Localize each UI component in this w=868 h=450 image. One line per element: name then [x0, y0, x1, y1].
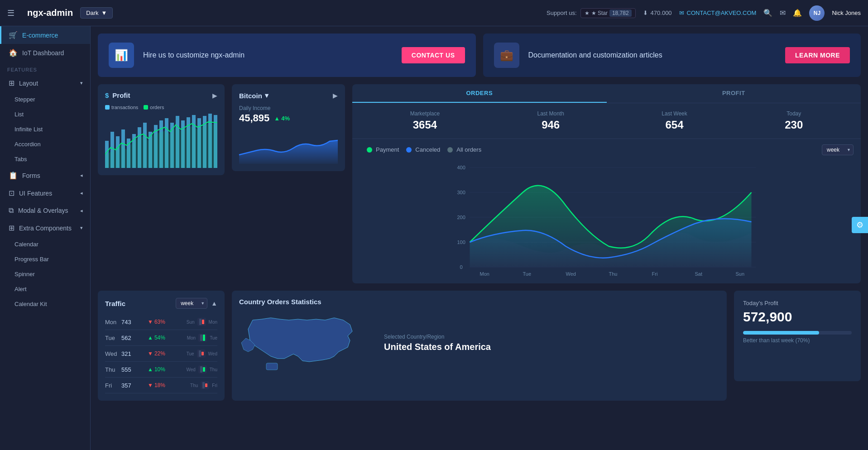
sidebar-item-iot[interactable]: 🏠 IoT Dashboard	[0, 44, 90, 62]
bitcoin-card-header: Bitcoin ▾ ▶	[239, 91, 338, 100]
dollar-sign-icon: $	[105, 91, 109, 99]
wed-arrow-icon: ▼	[148, 350, 153, 357]
sidebar-item-layout[interactable]: ⊞ Layout ▾	[0, 74, 90, 92]
profit-today-label: Today's Profit	[743, 300, 852, 306]
star-count: 18,782	[609, 10, 632, 17]
sidebar-item-stepper[interactable]: Stepper	[0, 92, 90, 107]
legend-transactions-dot	[105, 105, 110, 110]
mon-pct: ▼ 63%	[148, 319, 165, 325]
learn-more-button[interactable]: LEARN MORE	[785, 47, 850, 63]
avatar[interactable]: NJ	[809, 5, 825, 21]
profit-legend: transactions orders	[105, 105, 217, 110]
settings-button[interactable]: ⚙	[852, 217, 868, 233]
tue-arrow-icon: ▲	[148, 335, 153, 341]
orders-chart: 400 300 200 100 0 Mon Tue	[352, 157, 861, 283]
star-badge[interactable]: ★ ★ Star 18,782	[580, 8, 636, 18]
marketplace-value: 3654	[410, 119, 440, 131]
sidebar-item-ecommerce[interactable]: 🛒 E-commerce	[0, 26, 90, 44]
svg-text:Thu: Thu	[609, 271, 618, 277]
svg-rect-38	[266, 363, 278, 370]
thu-arrow-icon: ▲	[148, 366, 153, 373]
all-orders-dot	[447, 147, 453, 153]
legend-orders-dot	[144, 105, 148, 110]
traffic-collapse-icon[interactable]: ▲	[211, 300, 217, 307]
bitcoin-card-nav-icon[interactable]: ▶	[333, 92, 338, 99]
download-value: 470.000	[651, 10, 672, 16]
banner-right: 💼 Documentation and customization articl…	[483, 34, 861, 77]
tab-profit[interactable]: PROFIT	[607, 84, 861, 103]
mon-day: Mon	[105, 319, 121, 326]
mon-arrow-icon: ▼	[148, 319, 153, 325]
main-content: 📊 Hire us to customize ngx-admin CONTACT…	[91, 26, 868, 450]
forms-chevron-icon: ◂	[80, 172, 83, 178]
sidebar-item-ui-features[interactable]: ⊡ UI Features ◂	[0, 184, 90, 202]
tab-profit-label: PROFIT	[722, 90, 745, 96]
features-section-label: FEATURES	[0, 62, 90, 74]
hamburger-icon[interactable]: ☰	[7, 8, 14, 18]
sidebar-layout-label: Layout	[19, 80, 38, 87]
tab-orders[interactable]: ORDERS	[352, 84, 607, 103]
sidebar-item-tabs[interactable]: Tabs	[0, 152, 90, 167]
svg-text:Wed: Wed	[566, 271, 576, 277]
svg-text:Tue: Tue	[523, 271, 532, 277]
sidebar-item-spinner[interactable]: Spinner	[0, 267, 90, 282]
traffic-card: Traffic week month ▲ Mon 743	[98, 291, 225, 401]
last-month-label: Last Month	[537, 110, 564, 117]
country-card-body: Selected Country/Region United States of…	[239, 311, 719, 374]
traffic-week-dropdown-wrap[interactable]: week month	[176, 298, 207, 309]
contact-us-button[interactable]: CONTACT US	[402, 47, 465, 63]
tabs-label: Tabs	[14, 156, 27, 163]
profit-today-value: 572,900	[743, 309, 852, 325]
sidebar-iot-label: IoT Dashboard	[22, 49, 64, 57]
daily-income-value: 45,895 ▲ 4%	[239, 112, 338, 124]
last-month-value: 946	[537, 119, 564, 131]
sidebar-item-calendar-kit[interactable]: Calendar Kit	[0, 297, 90, 311]
traffic-row-wed: Wed 321 ▼ 22% Tue Wed	[105, 346, 217, 362]
sidebar-item-calendar[interactable]: Calendar	[0, 237, 90, 252]
layout-chevron-icon: ▾	[80, 80, 83, 86]
search-icon[interactable]: 🔍	[763, 9, 772, 17]
payment-dot	[367, 147, 372, 153]
week-dropdown[interactable]: week month	[822, 144, 854, 155]
sidebar-item-progress-bar[interactable]: Progress Bar	[0, 252, 90, 267]
profit-card-arrow-icon[interactable]: ▶	[212, 92, 217, 99]
theme-chevron-icon: ▼	[101, 10, 107, 16]
email-section[interactable]: ✉ CONTACT@AKVEO.COM	[679, 10, 757, 16]
sidebar-item-accordion[interactable]: Accordion	[0, 137, 90, 152]
country-card: Country Orders Statistics	[232, 291, 727, 401]
sidebar-item-infinite-list[interactable]: Infinite List	[0, 122, 90, 137]
ui-features-chevron-icon: ◂	[80, 190, 83, 196]
last-week-label: Last Week	[662, 110, 687, 117]
mail-icon[interactable]: ✉	[780, 9, 786, 17]
ui-features-icon: ⊡	[9, 189, 14, 197]
sidebar-item-alert[interactable]: Alert	[0, 282, 90, 297]
sidebar-item-forms[interactable]: 📋 Forms ◂	[0, 167, 90, 184]
svg-text:0: 0	[460, 264, 463, 270]
bitcoin-selector[interactable]: Bitcoin ▾	[239, 91, 269, 100]
sidebar-item-list[interactable]: List	[0, 107, 90, 122]
bell-icon[interactable]: 🔔	[793, 9, 802, 17]
svg-text:Sat: Sat	[695, 271, 703, 277]
week-dropdown-wrap[interactable]: week month	[822, 144, 854, 155]
svg-text:Mon: Mon	[480, 271, 489, 277]
profit-bar-fill	[743, 331, 819, 335]
bitcoin-card: Bitcoin ▾ ▶ Daily Income 45,895 ▲ 4%	[232, 84, 345, 171]
theme-selector[interactable]: Dark ▼	[80, 7, 113, 19]
bitcoin-chart	[239, 128, 338, 164]
tab-orders-label: ORDERS	[466, 90, 493, 96]
tue-day: Tue	[105, 335, 121, 341]
app-body: 🛒 E-commerce 🏠 IoT Dashboard FEATURES ⊞ …	[0, 26, 868, 450]
all-orders-label: All orders	[456, 146, 481, 153]
sidebar-item-extra[interactable]: ⊞ Extra Components ▾	[0, 219, 90, 237]
svg-text:Fri: Fri	[652, 271, 658, 277]
today-value: 230	[785, 119, 803, 131]
traffic-title: Traffic	[105, 300, 125, 307]
infinite-list-label: Infinite List	[14, 126, 43, 133]
star-label: ★ Star	[591, 10, 608, 16]
forms-icon: 📋	[9, 171, 18, 180]
sidebar-item-modal[interactable]: ⧉ Modal & Overlays ◂	[0, 202, 90, 219]
tue-mini-chart: Mon Tue	[165, 334, 217, 342]
modal-chevron-icon: ◂	[80, 208, 83, 214]
traffic-week-dropdown[interactable]: week month	[176, 298, 207, 309]
svg-text:200: 200	[457, 215, 465, 220]
